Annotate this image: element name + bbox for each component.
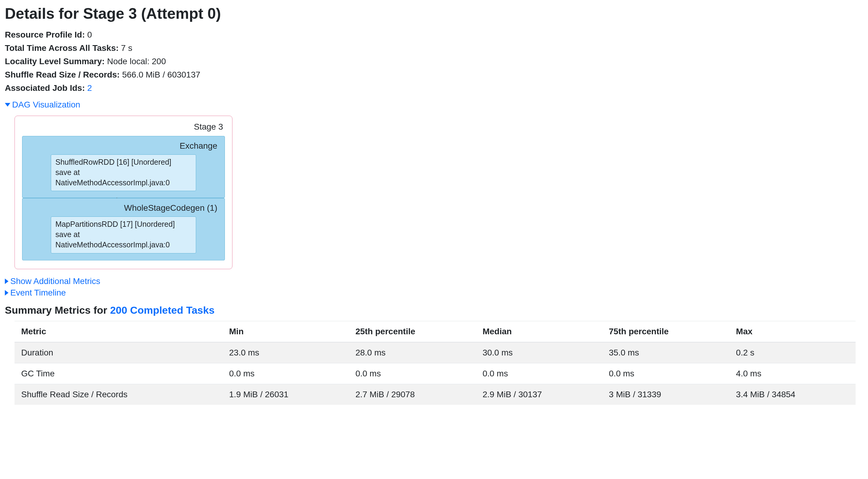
col-min[interactable]: Min xyxy=(222,321,349,342)
summary-metrics-table: Metric Min 25th percentile Median 75th p… xyxy=(14,321,856,405)
info-value: 0 xyxy=(87,30,92,39)
cell: GC Time xyxy=(14,363,222,384)
dag-group-codegen: WholeStageCodegen (1) MapPartitionsRDD [… xyxy=(22,198,225,260)
cell: 23.0 ms xyxy=(222,342,349,363)
dag-node[interactable]: MapPartitionsRDD [17] [Unordered] save a… xyxy=(51,216,196,253)
info-label: Resource Profile Id: xyxy=(5,30,85,39)
dag-node-line: save at NativeMethodAccessorImpl.java:0 xyxy=(55,168,192,188)
col-25th[interactable]: 25th percentile xyxy=(349,321,476,342)
cell: 3 MiB / 31339 xyxy=(602,384,730,405)
cell: 30.0 ms xyxy=(476,342,602,363)
event-timeline-toggle[interactable]: Event Timeline xyxy=(5,288,863,298)
cell: Duration xyxy=(14,342,222,363)
info-label: Associated Job Ids: xyxy=(5,83,85,93)
col-75th[interactable]: 75th percentile xyxy=(602,321,730,342)
cell: 0.0 ms xyxy=(222,363,349,384)
table-row: Duration 23.0 ms 28.0 ms 30.0 ms 35.0 ms… xyxy=(14,342,856,363)
associated-job-link[interactable]: 2 xyxy=(87,83,92,93)
cell: 28.0 ms xyxy=(349,342,476,363)
expander-label: DAG Visualization xyxy=(12,100,80,110)
cell: 3.4 MiB / 34854 xyxy=(730,384,856,405)
page-title: Details for Stage 3 (Attempt 0) xyxy=(5,5,863,22)
summary-metrics-heading: Summary Metrics for 200 Completed Tasks xyxy=(5,304,863,316)
dag-node[interactable]: ShuffledRowRDD [16] [Unordered] save at … xyxy=(51,154,196,191)
info-label: Locality Level Summary: xyxy=(5,57,105,66)
cell: 0.0 ms xyxy=(349,363,476,384)
info-label: Total Time Across All Tasks: xyxy=(5,43,119,53)
dag-group-label: WholeStageCodegen (1) xyxy=(28,203,218,213)
dag-group-label: Exchange xyxy=(28,141,218,151)
dag-visualization: Stage 3 Exchange ShuffledRowRDD [16] [Un… xyxy=(14,116,232,269)
cell: 0.2 s xyxy=(730,342,856,363)
completed-tasks-link[interactable]: 200 Completed Tasks xyxy=(110,304,215,316)
dag-stage-label: Stage 3 xyxy=(22,122,225,132)
dag-node-line: save at NativeMethodAccessorImpl.java:0 xyxy=(55,230,192,250)
table-header-row: Metric Min 25th percentile Median 75th p… xyxy=(14,321,856,342)
info-locality: Locality Level Summary: Node local: 200 xyxy=(5,55,863,68)
caret-down-icon xyxy=(5,103,10,107)
info-label: Shuffle Read Size / Records: xyxy=(5,70,120,79)
heading-prefix: Summary Metrics for xyxy=(5,304,110,316)
dag-visualization-toggle[interactable]: DAG Visualization xyxy=(5,100,863,110)
dag-node-line: MapPartitionsRDD [17] [Unordered] xyxy=(55,219,192,230)
info-resource-profile: Resource Profile Id: 0 xyxy=(5,28,863,41)
dag-group-exchange: Exchange ShuffledRowRDD [16] [Unordered]… xyxy=(22,136,225,198)
table-row: GC Time 0.0 ms 0.0 ms 0.0 ms 0.0 ms 4.0 … xyxy=(14,363,856,384)
cell: Shuffle Read Size / Records xyxy=(14,384,222,405)
info-total-time: Total Time Across All Tasks: 7 s xyxy=(5,42,863,55)
expander-label: Show Additional Metrics xyxy=(10,276,100,286)
dag-node-line: ShuffledRowRDD [16] [Unordered] xyxy=(55,157,192,168)
info-value: 566.0 MiB / 6030137 xyxy=(122,70,200,79)
col-median[interactable]: Median xyxy=(476,321,602,342)
cell: 2.7 MiB / 29078 xyxy=(349,384,476,405)
stage-info-list: Resource Profile Id: 0 Total Time Across… xyxy=(5,28,863,94)
col-max[interactable]: Max xyxy=(730,321,856,342)
cell: 2.9 MiB / 30137 xyxy=(476,384,602,405)
show-additional-metrics-toggle[interactable]: Show Additional Metrics xyxy=(5,276,863,286)
table-row: Shuffle Read Size / Records 1.9 MiB / 26… xyxy=(14,384,856,405)
cell: 0.0 ms xyxy=(476,363,602,384)
info-associated-jobs: Associated Job Ids: 2 xyxy=(5,82,863,94)
caret-right-icon xyxy=(5,290,8,296)
col-metric[interactable]: Metric xyxy=(14,321,222,342)
info-value: 7 s xyxy=(121,43,132,53)
cell: 35.0 ms xyxy=(602,342,730,363)
expander-label: Event Timeline xyxy=(10,288,66,298)
cell: 1.9 MiB / 26031 xyxy=(222,384,349,405)
info-value: Node local: 200 xyxy=(107,57,166,66)
cell: 0.0 ms xyxy=(602,363,730,384)
caret-right-icon xyxy=(5,278,8,284)
info-shuffle-read: Shuffle Read Size / Records: 566.0 MiB /… xyxy=(5,68,863,81)
cell: 4.0 ms xyxy=(730,363,856,384)
